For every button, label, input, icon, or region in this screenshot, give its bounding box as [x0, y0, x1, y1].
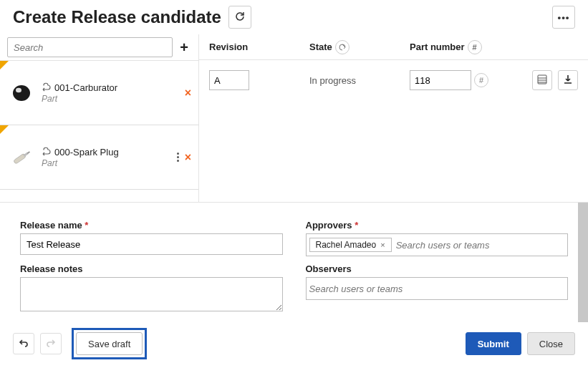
release-name-label: Release name * — [20, 220, 283, 231]
part-type-icon — [42, 146, 52, 158]
release-name-input[interactable] — [20, 233, 283, 255]
column-header-part-number: Part number — [410, 42, 465, 52]
list-item[interactable]: 001-Carburator Part × — [0, 61, 198, 125]
part-thumbnail — [7, 143, 36, 172]
close-button[interactable]: Close — [527, 332, 575, 355]
ellipsis-icon: ••• — [558, 12, 570, 23]
part-name: 001-Carburator — [54, 82, 117, 93]
observers-label: Observers — [306, 263, 569, 274]
part-number-filter-icon[interactable]: # — [468, 40, 482, 54]
approvers-input[interactable]: Rachel Amadeo × — [306, 233, 569, 256]
download-icon — [563, 74, 573, 87]
release-notes-input[interactable] — [20, 277, 283, 311]
scrollbar[interactable] — [578, 203, 588, 322]
locked-flag-icon — [0, 125, 9, 134]
observers-search[interactable] — [309, 281, 565, 296]
add-part-button[interactable]: + — [177, 39, 191, 56]
details-grid: Revision State Part number # In progress — [199, 34, 588, 202]
generate-number-icon[interactable]: # — [474, 73, 488, 87]
part-thumbnail — [7, 79, 36, 107]
table-row: In progress # — [199, 60, 588, 100]
more-actions-button[interactable]: ••• — [552, 6, 575, 29]
release-notes-label: Release notes — [20, 263, 283, 274]
column-header-revision: Revision — [203, 42, 304, 52]
state-value: In progress — [309, 75, 356, 86]
remove-tag-button[interactable]: × — [380, 241, 385, 249]
search-input[interactable] — [7, 37, 173, 57]
revision-input[interactable] — [209, 70, 249, 90]
page-title: Create Release candidate — [13, 7, 221, 27]
approvers-search[interactable] — [396, 237, 564, 253]
redo-arrow-icon — [46, 338, 56, 350]
approvers-label: Approvers * — [306, 220, 569, 231]
refresh-icon — [234, 11, 246, 24]
release-form: Release name * Approvers * Rachel Amadeo… — [0, 203, 588, 322]
remove-part-button[interactable]: × — [185, 151, 191, 164]
user-tag: Rachel Amadeo × — [309, 238, 392, 252]
part-name: 000-Spark Plug — [54, 147, 119, 158]
undo-arrow-icon — [19, 338, 29, 350]
part-number-input[interactable] — [410, 70, 471, 90]
undo-button[interactable] — [13, 333, 34, 354]
save-draft-button[interactable]: Save draft — [76, 332, 143, 355]
configure-columns-button[interactable] — [532, 70, 552, 90]
locked-flag-icon — [0, 61, 9, 69]
redo-button — [40, 333, 62, 354]
change-release-button[interactable] — [228, 6, 251, 29]
more-vertical-icon[interactable] — [177, 152, 179, 162]
part-type-label: Part — [42, 94, 179, 104]
list-item[interactable]: 000-Spark Plug Part × — [0, 125, 198, 190]
state-filter-icon[interactable] — [335, 40, 350, 54]
svg-point-0 — [13, 85, 30, 101]
observers-input[interactable] — [306, 277, 569, 300]
remove-part-button[interactable]: × — [185, 87, 191, 100]
list-columns-icon — [537, 74, 547, 87]
svg-point-1 — [16, 87, 21, 92]
export-button[interactable] — [558, 70, 578, 90]
part-type-icon — [42, 82, 52, 94]
column-header-state: State — [309, 42, 332, 52]
part-type-label: Part — [42, 158, 171, 168]
submit-button[interactable]: Submit — [466, 332, 521, 355]
parts-sidebar: + 001-Carburator Part × — [0, 34, 199, 202]
